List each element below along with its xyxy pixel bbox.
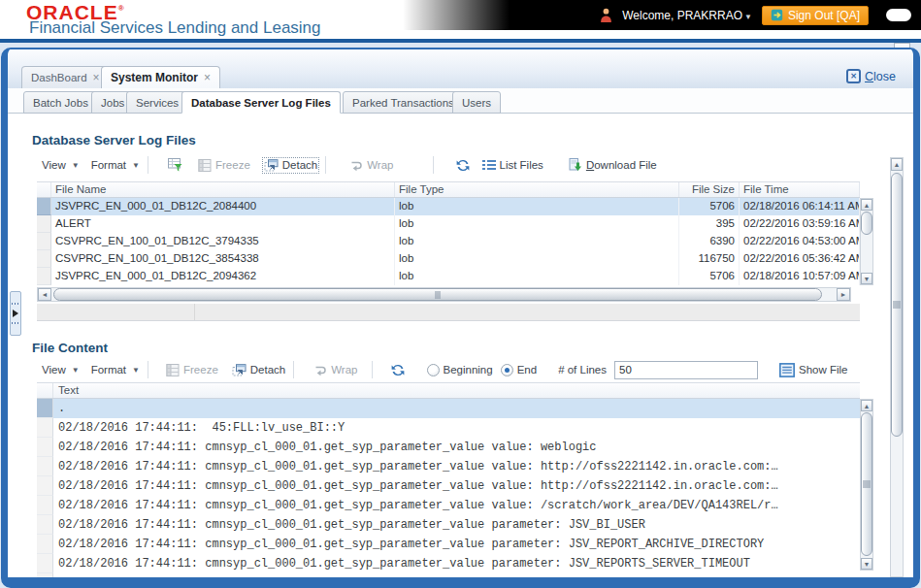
cell-file-size: 5706 bbox=[679, 198, 740, 215]
cell-file-time: 02/22/2016 04:53:00 AM bbox=[740, 233, 860, 250]
log-line-row[interactable]: 02/18/2016 17:44:11: cmnsyp_cl_000_01.ge… bbox=[37, 457, 860, 476]
freeze-button[interactable]: Freeze bbox=[198, 159, 250, 172]
document-tab-strip: DashBoard × System Monitor × ✕ Close bbox=[8, 49, 913, 88]
log-line-text: 02/18/2016 17:44:11: cmnsyp_cl_000_01.ge… bbox=[53, 535, 860, 554]
log-line-row[interactable]: 02/18/2016 17:44:11: cmnsyp_cl_000_01.ge… bbox=[37, 515, 860, 535]
download-file-button[interactable]: Download File bbox=[569, 158, 657, 172]
panel-splitter-expand-button[interactable] bbox=[10, 291, 21, 336]
scroll-right-button[interactable]: ► bbox=[837, 288, 850, 301]
log-files-hscrollbar[interactable]: ◄ ► bbox=[37, 287, 851, 302]
freeze-button[interactable]: Freeze bbox=[166, 364, 218, 376]
file-content-vscrollbar[interactable]: ▲ ▼ bbox=[860, 399, 873, 571]
welcome-label: Welcome, PRAKRRAO bbox=[622, 9, 742, 22]
footer-divider bbox=[194, 304, 195, 320]
table-row[interactable]: CSVPRC_EN_100_01_DB12C_3854338lob1167500… bbox=[37, 250, 860, 268]
tab-close-icon[interactable]: × bbox=[204, 71, 211, 84]
download-file-icon bbox=[569, 158, 582, 172]
scroll-up-button[interactable]: ▲ bbox=[861, 400, 872, 411]
refresh-button[interactable] bbox=[390, 363, 406, 377]
table-row[interactable]: JSVPRC_EN_000_01_DB12C_2094362lob570602/… bbox=[37, 268, 860, 285]
cell-file-size: 116750 bbox=[679, 250, 740, 268]
log-line-row[interactable]: 02/18/2016 17:44:11: cmnsyp_cl_000_01.ge… bbox=[37, 573, 860, 577]
cell-file-type: lob bbox=[395, 233, 679, 250]
wrap-button[interactable]: Wrap bbox=[313, 364, 357, 376]
scroll-up-button[interactable]: ▲ bbox=[861, 199, 872, 211]
freeze-label: Freeze bbox=[183, 364, 218, 376]
scroll-thumb[interactable] bbox=[861, 212, 872, 235]
log-line-row[interactable]: 02/18/2016 17:44:11: cmnsyp_cl_000_01.ge… bbox=[37, 535, 860, 554]
file-content-section-title: File Content bbox=[32, 341, 108, 355]
subtab-batch-jobs[interactable]: Batch Jobs bbox=[23, 91, 98, 114]
show-file-button[interactable]: Show File bbox=[779, 363, 848, 377]
scroll-up-button[interactable]: ▲ bbox=[891, 158, 903, 171]
radio-circle-icon bbox=[427, 364, 440, 376]
col-file-name[interactable]: File Name bbox=[51, 182, 395, 197]
scroll-thumb[interactable] bbox=[891, 173, 903, 437]
subtab-database-server-log-files[interactable]: Database Server Log Files bbox=[181, 91, 341, 114]
subtab-users[interactable]: Users bbox=[452, 91, 501, 114]
list-files-button[interactable]: List Files bbox=[482, 158, 543, 172]
export-to-excel-button[interactable] bbox=[168, 158, 182, 172]
detach-button[interactable]: Detach bbox=[264, 159, 317, 172]
table-row[interactable]: CSVPRC_EN_100_01_DB12C_3794335lob639002/… bbox=[37, 233, 860, 250]
view-menu-button[interactable]: View▼ bbox=[42, 364, 80, 376]
radio-end[interactable]: End bbox=[501, 364, 537, 376]
log-line-row[interactable]: 02/18/2016 17:44:11: 45:FLL:lv_use_BI::Y bbox=[37, 418, 860, 438]
view-label: View bbox=[42, 159, 66, 171]
format-menu-button[interactable]: Format▼ bbox=[91, 364, 140, 376]
log-line-text: 02/18/2016 17:44:11: cmnsyp_cl_000_01.ge… bbox=[53, 573, 860, 577]
tab-dashboard[interactable]: DashBoard × bbox=[21, 66, 110, 88]
cell-file-time: 02/18/2016 06:14:11 AM bbox=[740, 198, 860, 215]
row-gutter bbox=[37, 573, 53, 577]
detach-button[interactable]: Detach bbox=[232, 364, 285, 376]
welcome-menu[interactable]: Welcome, PRAKRRAO▼ bbox=[622, 9, 752, 22]
sign-out-button[interactable]: Sign Out [QA] bbox=[762, 6, 869, 25]
top-user-bar: Welcome, PRAKRRAO▼ Sign Out [QA] bbox=[403, 0, 921, 30]
scroll-down-button[interactable]: ▼ bbox=[861, 558, 872, 570]
close-button[interactable]: ✕ Close bbox=[846, 69, 896, 83]
window-pill-button[interactable] bbox=[886, 9, 911, 21]
list-files-icon bbox=[482, 158, 496, 172]
content-vscrollbar[interactable]: ▲ bbox=[890, 157, 904, 577]
file-content-rows: .02/18/2016 17:44:11: 45:FLL:lv_use_BI::… bbox=[37, 399, 860, 577]
toolbar-separator bbox=[325, 156, 326, 174]
table-row[interactable]: JSVPRC_EN_000_01_DB12C_2084400lob570602/… bbox=[37, 198, 860, 215]
row-gutter bbox=[37, 250, 51, 268]
log-line-row[interactable]: 02/18/2016 17:44:11: cmnsyp_cl_000_01.ge… bbox=[37, 438, 860, 457]
col-file-time[interactable]: File Time bbox=[740, 182, 860, 197]
log-line-text: 02/18/2016 17:44:11: 45:FLL:lv_use_BI::Y bbox=[53, 418, 860, 438]
close-x-icon: ✕ bbox=[846, 69, 861, 83]
log-line-row[interactable]: 02/18/2016 17:44:11: cmnsyp_cl_000_01.ge… bbox=[37, 496, 860, 515]
scroll-thumb[interactable] bbox=[861, 412, 872, 556]
view-menu-button[interactable]: View▼ bbox=[42, 159, 80, 171]
tab-system-monitor[interactable]: System Monitor × bbox=[101, 66, 220, 88]
table-row[interactable]: ALERTlob39502/22/2016 03:59:16 AM bbox=[37, 215, 860, 233]
radio-beginning[interactable]: Beginning bbox=[427, 364, 493, 376]
refresh-button[interactable] bbox=[455, 158, 471, 173]
scroll-thumb[interactable] bbox=[53, 288, 822, 301]
view-label: View bbox=[42, 364, 66, 376]
wrap-button[interactable]: Wrap bbox=[349, 159, 393, 172]
log-line-row[interactable]: 02/18/2016 17:44:11: cmnsyp_cl_000_01.ge… bbox=[37, 554, 860, 573]
num-lines-input[interactable] bbox=[614, 361, 758, 379]
col-text[interactable]: Text bbox=[53, 383, 860, 398]
row-gutter bbox=[37, 268, 51, 285]
subtab-services[interactable]: Services bbox=[126, 91, 188, 114]
log-line-row[interactable]: . bbox=[37, 399, 860, 418]
scroll-down-button[interactable]: ▼ bbox=[861, 273, 872, 284]
col-file-size[interactable]: File Size bbox=[679, 182, 740, 197]
scroll-left-button[interactable]: ◄ bbox=[38, 288, 51, 301]
user-icon bbox=[600, 8, 612, 22]
row-gutter bbox=[37, 233, 51, 250]
cell-file-size: 6390 bbox=[679, 233, 740, 250]
tab-close-icon[interactable]: × bbox=[93, 71, 100, 84]
log-line-row[interactable]: 02/18/2016 17:44:11: cmnsyp_cl_000_01.ge… bbox=[37, 476, 860, 496]
subtab-parked-transactions[interactable]: Parked Transactions bbox=[343, 91, 464, 114]
chevron-down-icon: ▼ bbox=[744, 13, 752, 21]
log-files-vscrollbar[interactable]: ▲ ▼ bbox=[860, 198, 873, 285]
row-gutter bbox=[37, 476, 53, 496]
col-file-type[interactable]: File Type bbox=[395, 182, 679, 197]
chevron-down-icon: ▼ bbox=[72, 161, 80, 170]
format-menu-button[interactable]: Format▼ bbox=[91, 159, 140, 171]
content-area: Database Server Log Files View▼ Format▼ … bbox=[8, 114, 913, 577]
